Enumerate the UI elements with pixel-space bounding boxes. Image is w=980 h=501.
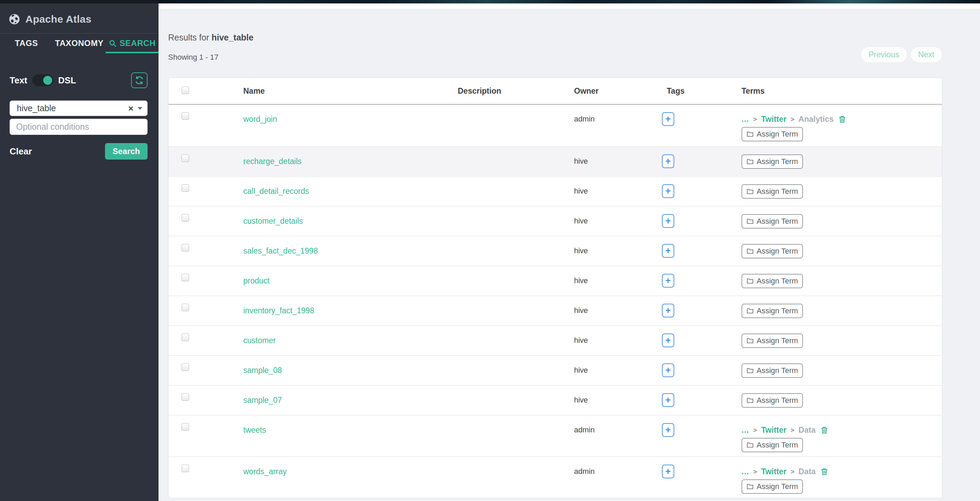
- add-tag-button[interactable]: +: [662, 334, 674, 347]
- tab-search[interactable]: SEARCH: [106, 33, 159, 53]
- assign-term-button[interactable]: Assign Term: [741, 244, 803, 258]
- assign-term-button[interactable]: Assign Term: [741, 274, 803, 288]
- add-tag-button[interactable]: +: [662, 363, 674, 377]
- optional-conditions-input[interactable]: [10, 119, 148, 135]
- assign-term-label: Assign Term: [757, 441, 798, 450]
- add-tag-button[interactable]: +: [662, 464, 674, 478]
- delete-term-icon[interactable]: [838, 115, 846, 123]
- column-header-tags: Tags: [662, 86, 741, 96]
- term-breadcrumb: ... > Twitter > Data: [741, 467, 932, 476]
- assign-term-label: Assign Term: [757, 187, 798, 196]
- entity-name-link[interactable]: tweets: [243, 426, 266, 435]
- assign-term-button[interactable]: Assign Term: [741, 363, 803, 378]
- entity-name-link[interactable]: word_join: [243, 115, 277, 124]
- row-checkbox[interactable]: [181, 393, 189, 401]
- assign-term-button[interactable]: Assign Term: [741, 334, 803, 348]
- folder-icon: [746, 277, 754, 285]
- chevron-down-icon[interactable]: [138, 107, 142, 110]
- delete-term-icon[interactable]: [821, 468, 828, 476]
- entity-name-link[interactable]: sample_07: [243, 396, 282, 405]
- row-checkbox[interactable]: [181, 274, 189, 282]
- owner-cell: admin: [574, 467, 662, 476]
- table-row: sample_08 hive + Assign Term: [169, 355, 942, 385]
- breadcrumb-chevron: >: [791, 116, 794, 123]
- assign-term-button[interactable]: Assign Term: [741, 438, 803, 452]
- assign-term-button[interactable]: Assign Term: [741, 184, 803, 199]
- folder-icon: [746, 188, 754, 195]
- delete-term-icon[interactable]: [821, 426, 828, 434]
- term-root-ellipsis[interactable]: ...: [741, 426, 749, 435]
- term-leaf-label: Data: [799, 426, 816, 435]
- row-checkbox[interactable]: [181, 334, 189, 341]
- text-dsl-toggle[interactable]: [32, 75, 54, 86]
- owner-cell: hive: [574, 247, 662, 255]
- clear-query-icon[interactable]: ×: [128, 104, 134, 113]
- search-query-combobox[interactable]: hive_table ×: [10, 100, 148, 116]
- row-checkbox[interactable]: [181, 184, 189, 192]
- breadcrumb-chevron: >: [753, 426, 757, 434]
- assign-term-label: Assign Term: [757, 307, 798, 315]
- row-checkbox[interactable]: [181, 112, 189, 120]
- assign-term-button[interactable]: Assign Term: [741, 127, 803, 142]
- term-parent-link[interactable]: Twitter: [761, 467, 786, 476]
- assign-term-button[interactable]: Assign Term: [741, 154, 803, 169]
- table-row: sales_fact_dec_1998 hive + Assign Term: [169, 236, 942, 266]
- search-button[interactable]: Search: [105, 143, 148, 159]
- entity-name-link[interactable]: customer_details: [243, 216, 303, 226]
- row-checkbox[interactable]: [181, 363, 189, 371]
- row-checkbox[interactable]: [181, 154, 189, 162]
- row-checkbox[interactable]: [181, 423, 189, 431]
- assign-term-label: Assign Term: [757, 396, 798, 405]
- add-tag-button[interactable]: +: [662, 184, 674, 198]
- add-tag-button[interactable]: +: [662, 274, 674, 288]
- folder-icon: [746, 247, 754, 255]
- owner-cell: hive: [574, 157, 662, 166]
- assign-term-button[interactable]: Assign Term: [741, 393, 803, 408]
- add-tag-button[interactable]: +: [662, 244, 674, 258]
- assign-term-button[interactable]: Assign Term: [741, 214, 803, 229]
- entity-name-link[interactable]: call_detail_records: [243, 187, 309, 196]
- row-checkbox[interactable]: [181, 244, 189, 251]
- column-header-owner: Owner: [574, 86, 662, 96]
- row-checkbox[interactable]: [181, 214, 189, 222]
- toggle-knob: [43, 76, 52, 85]
- tab-tags[interactable]: TAGS: [0, 33, 53, 53]
- sidebar-top-strip: [0, 0, 159, 3]
- assign-term-button[interactable]: Assign Term: [741, 304, 803, 318]
- assign-term-label: Assign Term: [757, 482, 798, 491]
- refresh-button[interactable]: [131, 72, 148, 88]
- entity-name-link[interactable]: sales_fact_dec_1998: [243, 247, 318, 256]
- breadcrumb-chevron: >: [753, 468, 757, 476]
- top-white-band: [159, 3, 980, 9]
- term-root-ellipsis[interactable]: ...: [741, 115, 749, 124]
- term-parent-link[interactable]: Twitter: [761, 426, 786, 435]
- add-tag-button[interactable]: +: [662, 154, 674, 168]
- entity-name-link[interactable]: sample_08: [243, 366, 282, 375]
- entity-name-link[interactable]: customer: [243, 336, 276, 345]
- entity-name-link[interactable]: words_array: [243, 467, 287, 476]
- owner-cell: admin: [574, 115, 662, 124]
- entity-name-link[interactable]: recharge_details: [243, 157, 302, 166]
- add-tag-button[interactable]: +: [662, 304, 674, 317]
- assign-term-label: Assign Term: [757, 217, 798, 226]
- owner-cell: admin: [574, 426, 662, 434]
- add-tag-button[interactable]: +: [662, 112, 674, 126]
- row-checkbox[interactable]: [181, 464, 189, 472]
- add-tag-button[interactable]: +: [662, 214, 674, 228]
- tab-taxonomy[interactable]: TAXONOMY: [53, 33, 106, 53]
- add-tag-button[interactable]: +: [662, 393, 674, 407]
- row-checkbox[interactable]: [181, 304, 189, 311]
- select-all-checkbox[interactable]: [181, 86, 189, 94]
- previous-button[interactable]: Previous: [861, 47, 907, 63]
- assign-term-label: Assign Term: [757, 130, 798, 138]
- clear-button[interactable]: Clear: [10, 146, 32, 157]
- search-query-value: hive_table: [17, 103, 128, 113]
- entity-name-link[interactable]: product: [243, 276, 270, 286]
- term-parent-link[interactable]: Twitter: [761, 115, 786, 124]
- next-button[interactable]: Next: [910, 47, 942, 63]
- term-root-ellipsis[interactable]: ...: [741, 467, 749, 476]
- owner-cell: hive: [574, 306, 662, 315]
- assign-term-button[interactable]: Assign Term: [741, 479, 803, 494]
- add-tag-button[interactable]: +: [662, 423, 674, 437]
- entity-name-link[interactable]: inventory_fact_1998: [243, 306, 314, 315]
